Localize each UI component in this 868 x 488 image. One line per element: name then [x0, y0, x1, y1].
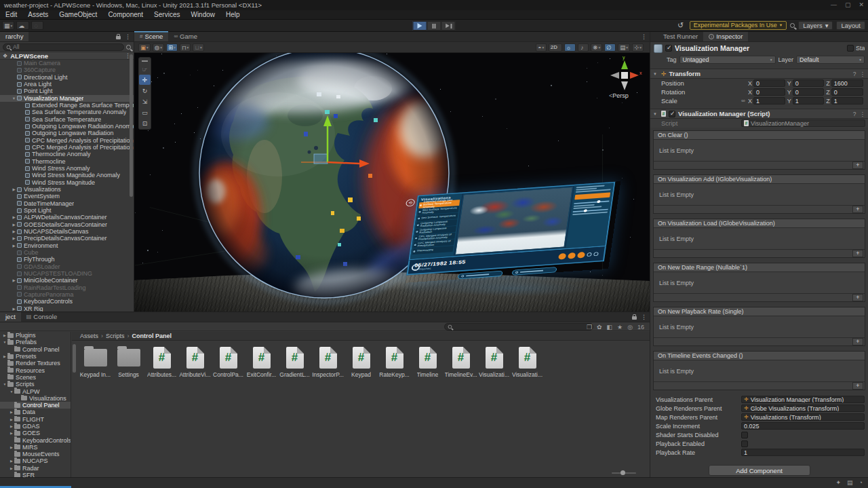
project-folder-item[interactable]: Visualizations — [0, 395, 71, 402]
tab-console[interactable]: ▤ Console — [21, 312, 62, 322]
expand-arrow-icon[interactable]: ▼ — [2, 340, 7, 344]
expand-arrow-icon[interactable]: ▶ — [9, 431, 14, 435]
filter-icon[interactable]: ✿ — [597, 324, 602, 331]
hierarchy-item[interactable]: ▶ GOESDetailsCanvasContainer — [0, 221, 134, 228]
expand-arrow-icon[interactable]: ▶ — [9, 417, 14, 421]
static-checkbox[interactable] — [847, 45, 854, 52]
tool-button[interactable]: ☞ — [139, 64, 151, 74]
window-control-button[interactable]: ✕ — [859, 0, 864, 10]
hierarchy-item[interactable]: 360Capture — [0, 67, 134, 73]
scene-view-option-button[interactable]: ⊹▾ — [632, 43, 644, 52]
filter-icon[interactable]: ◎ — [627, 324, 633, 331]
scene-viewport[interactable]: ⟲ Visualizations Extended Range Sea Surf… — [134, 53, 650, 312]
menu-item[interactable]: Edit — [0, 10, 22, 20]
property-field[interactable]: ✛ — [748, 440, 865, 447]
transform-component-header[interactable]: ▼ ✛ Transform ?⋮ — [650, 69, 868, 79]
experimental-packages-dropdown[interactable]: Experimental Packages In Use ▼ — [690, 21, 787, 30]
expand-arrow-icon[interactable]: ▶ — [9, 445, 14, 449]
project-folder-item[interactable]: ▼ Prefabs — [0, 339, 71, 345]
add-event-button[interactable]: + — [852, 250, 863, 257]
expand-arrow-icon[interactable]: ▶ — [11, 215, 17, 219]
search-by-type-icon[interactable] — [126, 45, 131, 50]
drag-handle[interactable] — [142, 60, 148, 62]
panel-menu-icon[interactable]: ⋮ — [125, 33, 131, 40]
scene-header-row[interactable]: ❖ ALPWScene ⋮ — [0, 52, 134, 60]
hierarchy-item[interactable]: Thermocline Anomaly — [0, 151, 134, 157]
scene-view-option-button[interactable]: ∅▾ — [604, 43, 616, 52]
hierarchy-item[interactable]: Thermocline — [0, 158, 134, 165]
axis-y-cone[interactable] — [621, 60, 628, 69]
project-folder-item[interactable]: ▶ NUCAPS — [0, 457, 71, 464]
expand-arrow-icon[interactable]: ▶ — [2, 333, 7, 337]
status-icon[interactable]: ✦ — [836, 479, 842, 486]
layer-dropdown[interactable]: Default▾ — [796, 56, 865, 64]
help-icon[interactable]: ? — [853, 111, 856, 117]
project-folder-item[interactable]: Control Panel — [0, 402, 71, 409]
expand-arrow-icon[interactable]: ▶ — [9, 459, 14, 463]
hierarchy-item[interactable]: ▶ ALPWDetailsCanvasContainer — [0, 214, 134, 221]
project-folder-item[interactable]: MouseEvents — [0, 451, 71, 457]
scene-game-tab[interactable]: ∞ Game — [168, 31, 203, 41]
script-object-field[interactable]: # VisualizationManager — [741, 119, 865, 127]
axis-cone[interactable] — [610, 72, 619, 79]
project-folder-item[interactable]: ▼ ALPW — [0, 388, 71, 394]
property-checkbox[interactable] — [741, 432, 748, 438]
expand-arrow-icon[interactable]: ▶ — [9, 410, 14, 414]
layers-dropdown[interactable]: Layers▾ — [798, 21, 833, 30]
scene-tool-button[interactable]: ⊞▾ — [166, 43, 178, 52]
asset-item[interactable]: # RateKeyp... — [378, 346, 411, 378]
scene-view-option-button[interactable]: ☼▾ — [564, 43, 576, 52]
tool-button[interactable]: ↻ — [139, 86, 151, 96]
asset-item[interactable]: # TimelineEv... — [444, 346, 477, 378]
property-checkbox[interactable] — [741, 440, 748, 447]
expand-arrow-icon[interactable]: ▶ — [2, 354, 7, 358]
asset-item[interactable]: # InspectorP... — [311, 346, 344, 378]
gizmo-cube[interactable] — [621, 72, 628, 79]
lock-icon[interactable] — [632, 316, 637, 320]
hierarchy-item[interactable]: CPC Merged Analysis of Precipitation — [0, 144, 134, 151]
axis-y-field[interactable]: 0 — [793, 79, 825, 87]
hierarchy-item[interactable]: GDASLoader — [0, 263, 134, 270]
hierarchy-item[interactable]: KeyboardControls — [0, 298, 134, 305]
project-folder-item[interactable]: ▶ MIRS — [0, 444, 71, 451]
project-folder-item[interactable]: ▶ Presets — [0, 353, 71, 360]
active-checkbox[interactable] — [665, 45, 672, 52]
breadcrumb-item[interactable]: Assets — [80, 333, 106, 339]
toolbar-icon-button[interactable]: ▦▾ — [2, 21, 14, 30]
component-menu-icon[interactable]: ⋮ — [860, 111, 866, 117]
expand-arrow-icon[interactable]: ▼ — [9, 390, 14, 394]
hierarchy-item[interactable]: Extended Range Sea Surface Temperature — [0, 102, 134, 109]
status-icon[interactable]: ▤ — [847, 479, 853, 486]
tool-button[interactable]: ⊡ — [139, 118, 151, 128]
hierarchy-item[interactable]: ▶ MiniGlobeContainer — [0, 277, 134, 284]
scene-tool-button[interactable]: ⊓▾ — [180, 43, 191, 52]
script-component-header[interactable]: ▼ # Visualization Manager (Script) ?⋮ — [650, 109, 868, 119]
search-icon[interactable] — [790, 23, 795, 28]
breadcrumb-item[interactable]: Control Panel — [132, 333, 172, 339]
hierarchy-item[interactable]: Spot Light — [0, 207, 134, 214]
window-control-button[interactable]: ▢ — [845, 0, 851, 10]
menu-item[interactable]: GameObject — [54, 10, 102, 20]
menu-item[interactable]: Help — [220, 10, 245, 20]
tag-dropdown[interactable]: Untagged▾ — [679, 56, 776, 64]
expand-arrow-icon[interactable]: ▶ — [11, 236, 17, 240]
expand-arrow-icon[interactable]: ▶ — [11, 229, 17, 233]
project-folder-item[interactable]: Scenes — [0, 374, 71, 381]
menu-item[interactable]: Assets — [22, 10, 54, 20]
hierarchy-item[interactable]: ▶ NUCAPSDetailsCanvas — [0, 228, 134, 235]
panel-menu-icon[interactable]: ⋮ — [641, 314, 647, 320]
undo-history-icon[interactable]: ↺ — [675, 21, 686, 30]
scene-tool-button[interactable]: ▣▾ — [138, 43, 151, 52]
hierarchy-item[interactable]: ▶ Visualizations — [0, 186, 134, 193]
hierarchy-item[interactable]: Sea Surface Temperature Anomaly — [0, 109, 134, 115]
add-component-button[interactable]: Add Component — [709, 465, 810, 476]
asset-item[interactable]: # Settings — [112, 346, 145, 378]
status-icon[interactable]: ◔ — [859, 479, 863, 486]
orientation-gizmo[interactable]: y x <Persp — [608, 57, 642, 99]
hierarchy-item[interactable]: EventSystem — [0, 193, 134, 200]
hierarchy-item[interactable]: Outgoing Longwave Radiation — [0, 130, 134, 136]
tab-hierarchy[interactable]: rarchy — [0, 32, 28, 41]
inspector-tab[interactable]: i Test Runner — [650, 32, 703, 41]
add-event-button[interactable]: + — [852, 338, 863, 345]
property-field[interactable]: ✛ 1 — [741, 449, 865, 456]
